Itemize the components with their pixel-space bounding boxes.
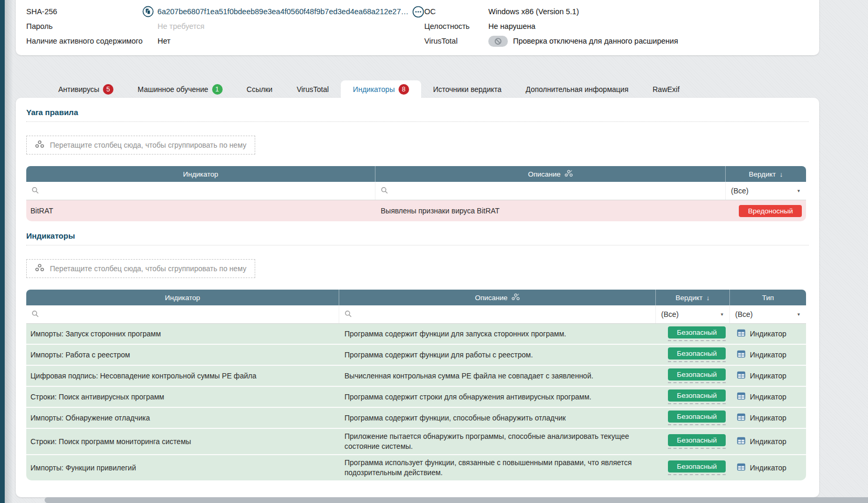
horizontal-scrollbar[interactable] [45,497,868,503]
virustotal-label: VirusTotal [424,37,488,45]
column-header-label: Индикатор [183,170,218,178]
tab-8[interactable]: RawExif [641,80,692,98]
indicators-table: ИндикаторОписаниеВердикт↓Тип (Все)▼(Все)… [26,290,806,480]
description-cell: Программа содержит функции для работы с … [339,345,656,365]
yara-group-dropzone[interactable]: Перетащите столбец сюда, чтобы сгруппиро… [26,136,255,155]
type-label: Индикатор [750,414,787,422]
verdict-cell: Безопасный [656,366,730,386]
badge-dashed-underline [668,424,726,425]
column-header-label: Тип [762,294,774,302]
indicator-cell: Импорты: Работа с реестром [26,345,339,365]
table-row[interactable]: Импорты: Функции привилегийПрограмма исп… [26,455,806,480]
table-row[interactable]: Импорты: Работа с реестромПрограмма соде… [26,345,806,366]
indicators-group-dropzone[interactable]: Перетащите столбец сюда, чтобы сгруппиро… [26,259,255,278]
table-row[interactable]: Строки: Поиск антивирусных программПрогр… [26,387,806,408]
indicator-cell: Импорты: Запуск сторонних программ [26,324,339,344]
column-header-label: Вердикт [749,170,776,178]
search-icon [32,187,39,196]
table-row[interactable]: Строки: Поиск программ мониторинга систе… [26,429,806,455]
verdict-badge: Безопасный [668,460,726,473]
type-cell: Индикатор [730,455,806,480]
tab-label: Машинное обучение [138,85,208,94]
search-filter-input[interactable] [26,182,375,200]
password-label: Пароль [26,22,158,30]
verdict-filter-select[interactable]: (Все)▼ [730,305,806,323]
verdict-cell: Вредоносный [726,200,806,221]
integrity-label: Целостность [424,22,488,30]
indicator-type-icon [737,463,746,473]
tab-label: Антивирусы [58,85,99,94]
virustotal-row: VirusTotal Проверка отключена для данног… [424,34,809,48]
type-cell: Индикатор [730,408,806,428]
password-row: Пароль Не требуется [26,19,424,34]
column-header-label: Индикатор [165,294,200,302]
tab-count-badge: 8 [399,84,409,95]
indicator-type-icon [737,413,746,423]
tab-label: Источники вердикта [433,85,501,94]
type-label: Индикатор [750,464,787,472]
description-cell: Приложение пытается обнаружить программы… [339,429,656,454]
verdict-cell: Безопасный [656,387,730,407]
description-cell: Программа содержит функции, способные об… [339,408,656,428]
section-divider [26,245,809,245]
sort-desc-icon: ↓ [706,294,710,302]
yara-section-title: Yara правила [26,98,809,117]
tab-3[interactable]: Ссылки [235,80,285,98]
no-grouping-icon [564,170,573,179]
search-filter-input[interactable] [339,305,656,323]
column-header[interactable]: Описание [339,290,656,305]
indicators-table-body: Импорты: Запуск сторонних программПрогра… [26,324,806,480]
report-card: Yara правила Перетащите столбец сюда, чт… [16,98,819,497]
integrity-row: Целостность Не нарушена [424,19,809,34]
indicator-type-icon [737,392,746,402]
tab-7[interactable]: Дополнительная информация [514,80,641,98]
search-filter-input[interactable] [375,182,726,200]
column-header[interactable]: Индикатор [26,290,339,305]
verdict-filter-select[interactable]: (Все)▼ [726,182,806,200]
table-row[interactable]: BitRATВыявлены признаки вируса BitRATВре… [26,200,806,221]
copy-icon[interactable] [142,6,154,17]
indicator-cell: Строки: Поиск программ мониторинга систе… [26,429,339,454]
yara-table-body: BitRATВыявлены признаки вируса BitRATВре… [26,200,806,221]
column-header-label: Описание [528,170,560,178]
table-row[interactable]: Импорты: Запуск сторонних программПрогра… [26,324,806,345]
type-cell: Индикатор [730,366,806,386]
table-row[interactable]: Импорты: Обнаружение отладчикаПрограмма … [26,408,806,429]
no-grouping-icon [511,293,520,302]
type-label: Индикатор [750,330,787,338]
search-icon [344,310,352,319]
badge-dashed-underline [668,403,726,404]
column-header[interactable]: Вердикт↓ [726,166,806,182]
indicator-type-icon [737,350,746,360]
column-header[interactable]: Индикатор [26,166,375,182]
verdict-cell: Безопасный [656,429,730,454]
tab-2[interactable]: Машинное обучение1 [126,80,235,98]
type-cell: Индикатор [730,387,806,407]
tab-6[interactable]: Источники вердикта [421,80,514,98]
column-header[interactable]: Вердикт↓ [656,290,730,305]
verdict-cell: Безопасный [656,345,730,365]
indicators-table-filter-row: (Все)▼(Все)▼ [26,305,806,324]
sort-desc-icon: ↓ [779,170,783,178]
indicators-table-header: ИндикаторОписаниеВердикт↓Тип [26,290,806,305]
chevron-down-icon: ▼ [720,312,724,317]
verdict-filter-select[interactable]: (Все)▼ [656,305,730,323]
left-edge-sidebar [0,0,5,503]
more-options-icon[interactable] [412,6,424,18]
tab-1[interactable]: Антивирусы5 [46,80,126,98]
tab-5[interactable]: Индикаторы8 [341,80,421,98]
section-divider [26,121,809,122]
active-content-label: Наличие активного содержимого [26,37,158,45]
indicator-type-icon [737,371,746,381]
search-filter-input[interactable] [26,305,339,323]
check-disabled-icon [488,36,508,47]
column-header[interactable]: Тип [730,290,806,305]
description-cell: Выявлены признаки вируса BitRAT [375,200,726,221]
group-icon [35,264,44,273]
tab-4[interactable]: VirusTotal [285,80,341,98]
os-row: ОС Windows x86 (Version 5.1) [424,4,809,19]
description-cell: Программа содержит строки для обнаружени… [339,387,656,407]
group-icon [35,140,44,150]
table-row[interactable]: Цифровая подпись: Несовпадение контрольн… [26,366,806,387]
column-header[interactable]: Описание [375,166,726,182]
